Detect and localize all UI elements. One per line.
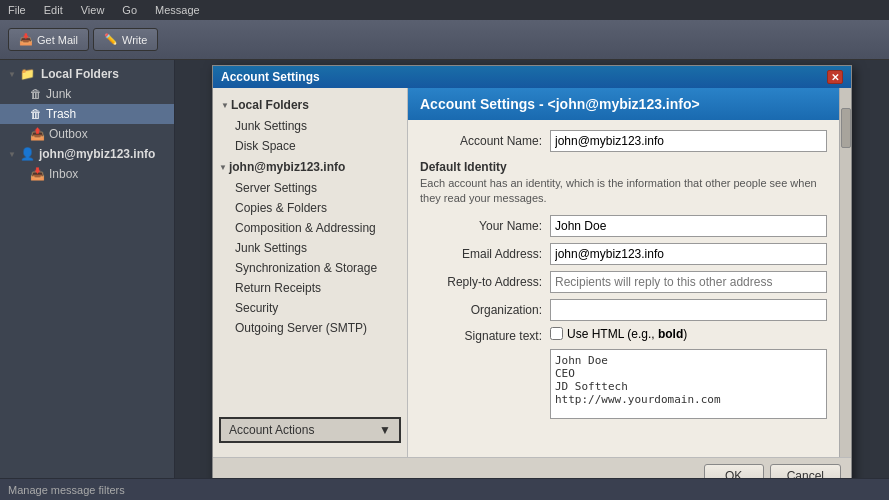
write-button[interactable]: ✏️ Write bbox=[93, 28, 158, 51]
content-area: Account Settings ✕ ▼ bbox=[175, 60, 889, 478]
dlg-disk-space[interactable]: Disk Space bbox=[213, 136, 407, 156]
triangle-icon: ▼ bbox=[8, 70, 16, 79]
outbox-icon: 📤 bbox=[30, 127, 45, 141]
account-triangle-icon: ▼ bbox=[8, 150, 16, 159]
dlg-sync[interactable]: Synchronization & Storage bbox=[213, 258, 407, 278]
reply-to-row: Reply-to Address: bbox=[420, 271, 827, 293]
organization-label: Organization: bbox=[420, 303, 550, 317]
dialog-footer: OK Cancel bbox=[213, 457, 851, 478]
organization-input[interactable] bbox=[550, 299, 827, 321]
sidebar-item-outbox[interactable]: 📤 Outbox bbox=[0, 124, 174, 144]
menu-go[interactable]: Go bbox=[118, 4, 141, 16]
dlg-server-settings[interactable]: Server Settings bbox=[213, 178, 407, 198]
get-mail-button[interactable]: 📥 Get Mail bbox=[8, 28, 89, 51]
menubar: File Edit View Go Message bbox=[0, 0, 889, 20]
sidebar-item-account[interactable]: ▼ 👤 john@mybiz123.info bbox=[0, 144, 174, 164]
sidebar-item-junk[interactable]: 🗑 Junk bbox=[0, 84, 174, 104]
email-address-label: Email Address: bbox=[420, 247, 550, 261]
menu-message[interactable]: Message bbox=[151, 4, 204, 16]
inbox-icon: 📥 bbox=[30, 167, 45, 181]
status-text: Manage message filters bbox=[8, 484, 125, 496]
account-name-label: Account Name: bbox=[420, 134, 550, 148]
main-area: ▼ 📁 Local Folders 🗑 Junk 🗑 Trash 📤 Outbo… bbox=[0, 60, 889, 478]
account-icon: 👤 bbox=[20, 147, 35, 161]
dialog-left-panel: ▼ Local Folders Junk Settings Disk Space bbox=[213, 88, 408, 457]
dialog-inner: ▼ Local Folders Junk Settings Disk Space bbox=[213, 88, 851, 457]
account-name-input[interactable] bbox=[550, 130, 827, 152]
acc-triangle: ▼ bbox=[219, 163, 227, 172]
signature-label: Signature text: bbox=[420, 327, 550, 343]
your-name-label: Your Name: bbox=[420, 219, 550, 233]
sidebar-item-local-folders[interactable]: ▼ 📁 Local Folders bbox=[0, 64, 174, 84]
use-html-row: Use HTML (e.g., bold) bbox=[550, 327, 827, 341]
email-address-input[interactable] bbox=[550, 243, 827, 265]
sidebar-item-inbox[interactable]: 📥 Inbox bbox=[0, 164, 174, 184]
dialog-main-header: Account Settings - <john@mybiz123.info> bbox=[408, 88, 839, 120]
dialog-titlebar: Account Settings ✕ bbox=[213, 66, 851, 88]
scrollbar-track[interactable] bbox=[839, 88, 851, 457]
get-mail-icon: 📥 bbox=[19, 33, 33, 46]
menu-edit[interactable]: Edit bbox=[40, 4, 67, 16]
dlg-composition[interactable]: Composition & Addressing bbox=[213, 218, 407, 238]
reply-to-label: Reply-to Address: bbox=[420, 275, 550, 289]
organization-row: Organization: bbox=[420, 299, 827, 321]
reply-to-input[interactable] bbox=[550, 271, 827, 293]
dlg-copies-folders[interactable]: Copies & Folders bbox=[213, 198, 407, 218]
account-actions-arrow-icon: ▼ bbox=[379, 423, 391, 437]
dialog-title: Account Settings bbox=[221, 70, 320, 84]
trash-icon: 🗑 bbox=[30, 107, 42, 121]
scrollbar-thumb[interactable] bbox=[841, 108, 851, 148]
dlg-junk[interactable]: Junk Settings bbox=[213, 238, 407, 258]
signature-textarea[interactable]: John Doe CEO JD Softtech http://www.your… bbox=[550, 349, 827, 419]
dialog-right-wrap: Account Settings - <john@mybiz123.info> … bbox=[408, 88, 851, 457]
your-name-input[interactable] bbox=[550, 215, 827, 237]
signature-row: Signature text: Use HTML (e.g., bold) Jo… bbox=[420, 327, 827, 422]
dialog-close-button[interactable]: ✕ bbox=[827, 70, 843, 84]
use-html-checkbox[interactable] bbox=[550, 327, 563, 340]
use-html-label: Use HTML (e.g., bold) bbox=[567, 327, 687, 341]
default-identity-title: Default Identity bbox=[420, 160, 827, 174]
default-identity-desc: Each account has an identity, which is t… bbox=[420, 176, 827, 207]
account-settings-dialog: Account Settings ✕ ▼ bbox=[212, 65, 852, 478]
write-icon: ✏️ bbox=[104, 33, 118, 46]
dlg-security[interactable]: Security bbox=[213, 298, 407, 318]
folder-icon: 📁 bbox=[20, 67, 35, 81]
email-address-row: Email Address: bbox=[420, 243, 827, 265]
signature-section: Use HTML (e.g., bold) John Doe CEO JD So… bbox=[550, 327, 827, 422]
your-name-row: Your Name: bbox=[420, 215, 827, 237]
dlg-return-receipts[interactable]: Return Receipts bbox=[213, 278, 407, 298]
account-actions-button[interactable]: Account Actions ▼ bbox=[219, 417, 401, 443]
dialog-main-body: Account Name: Default Identity Each acco… bbox=[408, 120, 839, 438]
toolbar: 📥 Get Mail ✏️ Write bbox=[0, 20, 889, 60]
ok-button[interactable]: OK bbox=[704, 464, 764, 478]
dialog-sidebar-footer: Account Actions ▼ bbox=[213, 409, 407, 451]
local-folders-header[interactable]: ▼ Local Folders bbox=[213, 94, 407, 116]
dlg-account-header[interactable]: ▼ john@mybiz123.info bbox=[213, 156, 407, 178]
dialog-main-panel: Account Settings - <john@mybiz123.info> … bbox=[408, 88, 839, 457]
dlg-junk-settings[interactable]: Junk Settings bbox=[213, 116, 407, 136]
account-name-row: Account Name: bbox=[420, 130, 827, 152]
dlg-outgoing-smtp[interactable]: Outgoing Server (SMTP) bbox=[213, 318, 407, 338]
menu-view[interactable]: View bbox=[77, 4, 109, 16]
sidebar-item-trash[interactable]: 🗑 Trash bbox=[0, 104, 174, 124]
lf-triangle: ▼ bbox=[221, 101, 229, 110]
app-window: File Edit View Go Message 📥 Get Mail ✏️ … bbox=[0, 0, 889, 500]
folder-sidebar: ▼ 📁 Local Folders 🗑 Junk 🗑 Trash 📤 Outbo… bbox=[0, 60, 175, 478]
junk-icon: 🗑 bbox=[30, 87, 42, 101]
dialog-overlay: Account Settings ✕ ▼ bbox=[175, 60, 889, 478]
cancel-button[interactable]: Cancel bbox=[770, 464, 841, 478]
status-bar: Manage message filters bbox=[0, 478, 889, 500]
menu-file[interactable]: File bbox=[4, 4, 30, 16]
